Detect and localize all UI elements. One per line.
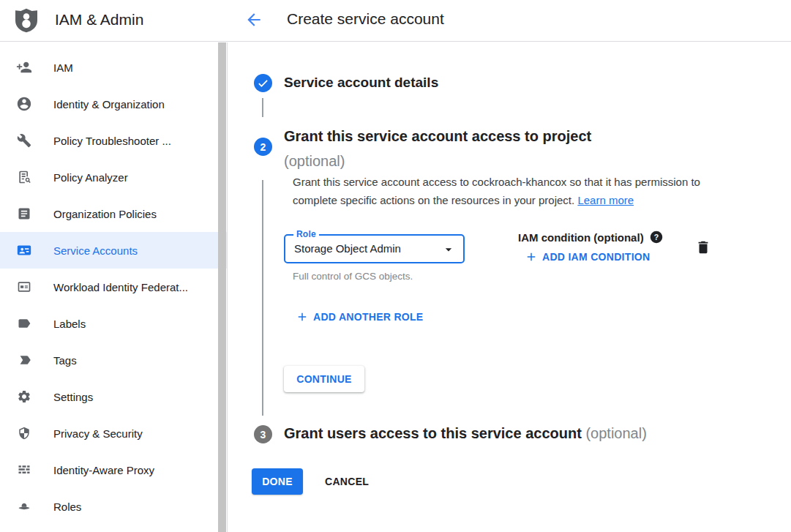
service-account-icon (16, 242, 32, 258)
step3-title-text: Grant users access to this service accou… (284, 425, 582, 441)
role-select[interactable]: Role Storage Object Admin (284, 234, 465, 263)
sidebar-nav: IAM Identity & Organization Policy Troub… (0, 42, 228, 532)
sidebar-item-label: Workload Identity Federat... (53, 281, 188, 293)
dropdown-arrow-icon (441, 242, 456, 257)
label-icon (16, 315, 32, 331)
step2-title-text: Grant this service account access to pro… (284, 128, 591, 144)
sidebar-item-workload-identity-federation[interactable]: Workload Identity Federat... (0, 269, 227, 305)
step-connector (262, 180, 263, 416)
article-icon (16, 206, 32, 222)
step2-title: Grant this service account access to pro… (284, 124, 694, 173)
sidebar-item-label: Service Accounts (53, 244, 138, 257)
account-circle-icon (16, 96, 32, 112)
sidebar-item-service-accounts[interactable]: Service Accounts (0, 232, 227, 269)
step3-title: Grant users access to this service accou… (284, 425, 647, 442)
main-content: Service account details 2 Grant this ser… (228, 42, 791, 532)
sidebar-item-privacy-security[interactable]: Privacy & Security (0, 415, 227, 452)
cancel-button[interactable]: CANCEL (325, 468, 369, 495)
step2-optional-label: (optional) (284, 149, 694, 173)
card-icon (16, 279, 32, 295)
delete-role-button[interactable] (694, 239, 713, 258)
sidebar-item-label: Roles (53, 501, 81, 513)
sidebar-item-roles[interactable]: Roles (0, 488, 227, 525)
trash-icon (695, 239, 711, 255)
plus-icon (525, 250, 538, 263)
done-button[interactable]: DONE (252, 468, 303, 495)
step-connector (262, 98, 263, 117)
shield-icon (16, 425, 32, 441)
arrow-back-icon (244, 10, 263, 29)
iam-admin-logo-icon (15, 8, 37, 33)
page-title: Create service account (287, 10, 444, 28)
sidebar-item-label: Policy Troubleshooter ... (53, 135, 171, 147)
sidebar-item-label: Identity-Aware Proxy (53, 464, 154, 476)
svg-text:?: ? (653, 233, 658, 241)
person-add-icon (16, 59, 32, 75)
gear-icon (16, 389, 32, 405)
tag-icon (16, 352, 32, 368)
sidebar-item-labels[interactable]: Labels (0, 305, 227, 342)
add-iam-condition-button[interactable]: ADD IAM CONDITION (525, 250, 650, 263)
back-button[interactable] (244, 10, 264, 31)
sidebar-item-identity-aware-proxy[interactable]: Identity-Aware Proxy (0, 452, 227, 488)
step1-complete-icon (254, 74, 272, 92)
sidebar-item-tags[interactable]: Tags (0, 342, 227, 378)
iam-condition-row: IAM condition (optional) ? (518, 231, 663, 244)
create-service-account-screen: IAM & Admin Create service account IAM I… (0, 0, 791, 532)
sidebar-item-identity-organization[interactable]: Identity & Organization (0, 86, 227, 122)
sidebar-item-label: Policy Analyzer (53, 171, 128, 184)
sidebar-scrollbar[interactable] (218, 42, 226, 532)
sidebar-item-label: IAM (53, 61, 73, 74)
step2-badge: 2 (254, 138, 272, 156)
proxy-icon (16, 462, 32, 478)
hat-icon (16, 498, 32, 514)
product-title: IAM & Admin (55, 11, 143, 29)
step1-title: Service account details (284, 75, 438, 91)
plus-icon (296, 310, 309, 323)
policy-analyzer-icon (16, 169, 32, 185)
sidebar-item-iam[interactable]: IAM (0, 49, 227, 86)
learn-more-link[interactable]: Learn more (577, 194, 634, 206)
step3-badge: 3 (254, 425, 272, 443)
sidebar-item-organization-policies[interactable]: Organization Policies (0, 195, 227, 232)
role-helper-text: Full control of GCS objects. (293, 271, 413, 282)
help-icon[interactable]: ? (650, 231, 663, 244)
step3-optional-label: (optional) (585, 425, 646, 441)
iam-condition-label: IAM condition (optional) (518, 231, 644, 244)
sidebar-item-label: Organization Policies (53, 208, 157, 220)
sidebar-item-label: Labels (53, 318, 86, 330)
add-another-role-button[interactable]: ADD ANOTHER ROLE (296, 310, 424, 323)
wrench-icon (16, 132, 32, 149)
continue-button[interactable]: CONTINUE (284, 366, 364, 392)
sidebar-item-label: Identity & Organization (53, 98, 165, 110)
app-header: IAM & Admin Create service account (0, 0, 791, 42)
sidebar-item-policy-analyzer[interactable]: Policy Analyzer (0, 159, 227, 195)
sidebar-item-settings[interactable]: Settings (0, 378, 227, 415)
sidebar-item-label: Tags (53, 354, 77, 367)
sidebar-item-policy-troubleshooter[interactable]: Policy Troubleshooter ... (0, 122, 227, 159)
sidebar-item-label: Settings (53, 391, 93, 403)
step2-description: Grant this service account access to coc… (293, 173, 726, 209)
role-select-value: Storage Object Admin (294, 236, 401, 262)
sidebar-item-label: Privacy & Security (53, 427, 143, 440)
